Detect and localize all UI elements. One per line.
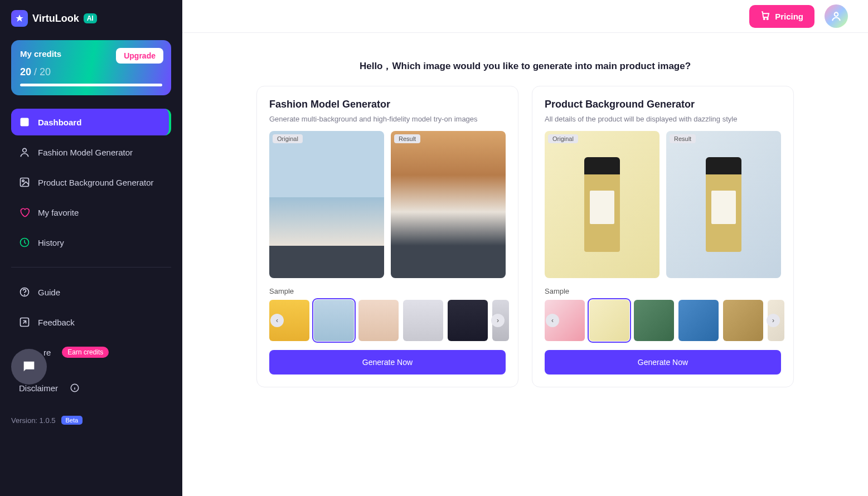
main: Pricing Hello，Which image would you like… <box>182 0 868 496</box>
svg-point-11 <box>835 12 838 16</box>
svg-point-6 <box>25 295 25 295</box>
result-tag: Result <box>670 134 696 143</box>
prev-sample-button[interactable]: ‹ <box>546 314 559 327</box>
sidebar-item-history[interactable]: History <box>11 229 171 256</box>
cart-icon <box>760 11 770 22</box>
sidebar-item-label: Dashboard <box>38 118 81 127</box>
version: Version: 1.0.5 Beta <box>11 416 171 425</box>
sidebar-item-label: Guide <box>38 288 60 297</box>
svg-point-9 <box>764 18 765 19</box>
sidebar-item-label: Product Background Generator <box>38 178 154 187</box>
beta-badge: Beta <box>61 416 83 425</box>
next-sample-button[interactable]: › <box>491 314 505 327</box>
sidebar-item-feedback[interactable]: Feedback <box>11 309 171 335</box>
logo[interactable]: VirtuLook AI <box>11 10 171 27</box>
earn-credits-badge: Earn credits <box>62 347 109 358</box>
sidebar-item-favorite[interactable]: My favorite <box>11 199 171 226</box>
page-title: Hello，Which image would you like to gene… <box>182 33 868 86</box>
sidebar-item-label: Fashion Model Generator <box>38 148 133 157</box>
sidebar-item-fashion[interactable]: Fashion Model Generator <box>11 139 171 166</box>
next-sample-button[interactable]: › <box>767 314 780 327</box>
svg-point-3 <box>22 180 24 182</box>
product-original-image: Original <box>545 131 660 278</box>
original-tag: Original <box>273 134 303 143</box>
card-title: Product Background Generator <box>545 99 781 110</box>
person-icon <box>19 147 30 158</box>
sample-thumb[interactable] <box>589 300 629 341</box>
product-result-image: Result <box>666 131 781 278</box>
divider <box>11 267 171 268</box>
sample-thumb[interactable] <box>314 300 354 341</box>
sidebar-item-label: re <box>43 348 51 357</box>
fashion-card: Fashion Model Generator Generate multi-b… <box>256 86 518 387</box>
credits-card: My credits Upgrade 20 / 20 <box>11 40 171 95</box>
card-subtitle: All details of the product will be displ… <box>545 115 781 123</box>
sample-label: Sample <box>269 287 506 295</box>
heart-icon <box>19 207 30 218</box>
svg-rect-0 <box>21 118 29 127</box>
sidebar-item-label: History <box>38 238 64 247</box>
sidebar-item-label: My favorite <box>38 208 79 217</box>
cards-row: Fashion Model Generator Generate multi-b… <box>182 86 868 404</box>
sidebar-item-label: Disclaimer <box>19 383 58 393</box>
sample-thumb[interactable] <box>634 300 674 341</box>
pricing-button[interactable]: Pricing <box>749 5 814 28</box>
help-icon <box>19 286 30 298</box>
fashion-result-image: Result <box>391 131 506 278</box>
sample-thumb[interactable] <box>403 300 443 341</box>
card-subtitle: Generate multi-background and high-fidel… <box>269 115 506 123</box>
credits-progress <box>20 84 162 86</box>
brand-name: VirtuLook <box>32 13 79 25</box>
topbar: Pricing <box>182 0 868 33</box>
sidebar-item-label: Feedback <box>38 318 75 327</box>
svg-point-1 <box>23 148 27 152</box>
result-tag: Result <box>394 134 420 143</box>
sidebar-item-guide[interactable]: Guide <box>11 279 171 305</box>
credits-total: 20 <box>40 66 51 77</box>
original-tag: Original <box>548 134 578 143</box>
sidebar-item-product[interactable]: Product Background Generator <box>11 169 171 196</box>
fashion-original-image: Original <box>269 131 384 278</box>
svg-rect-2 <box>21 178 29 187</box>
product-samples: ‹ › <box>545 300 781 341</box>
svg-point-10 <box>767 18 768 19</box>
generate-fashion-button[interactable]: Generate Now <box>269 350 506 375</box>
dashboard-icon <box>19 116 30 128</box>
prev-sample-button[interactable]: ‹ <box>270 314 284 327</box>
fashion-samples: ‹ › <box>269 300 506 341</box>
sample-thumb[interactable] <box>678 300 719 341</box>
credits-amount: 20 / 20 <box>20 66 162 78</box>
sample-thumb[interactable] <box>358 300 399 341</box>
ai-badge: AI <box>84 13 97 23</box>
avatar[interactable] <box>825 4 848 28</box>
credits-used: 20 <box>20 66 31 77</box>
generate-product-button[interactable]: Generate Now <box>545 350 781 375</box>
sample-label: Sample <box>545 287 781 295</box>
card-title: Fashion Model Generator <box>269 99 506 110</box>
sidebar: VirtuLook AI My credits Upgrade 20 / 20 … <box>0 0 182 496</box>
share-icon <box>19 317 30 328</box>
chat-button[interactable] <box>11 349 47 385</box>
image-icon <box>19 177 30 188</box>
product-card: Product Background Generator All details… <box>532 86 794 387</box>
upgrade-button[interactable]: Upgrade <box>116 48 163 64</box>
info-icon <box>69 382 80 393</box>
clock-icon <box>19 237 30 248</box>
sample-thumb[interactable] <box>448 300 488 341</box>
version-number: 1.0.5 <box>40 416 56 425</box>
sample-thumb[interactable] <box>723 300 763 341</box>
sidebar-item-dashboard[interactable]: Dashboard <box>11 109 171 135</box>
logo-icon <box>11 10 28 27</box>
